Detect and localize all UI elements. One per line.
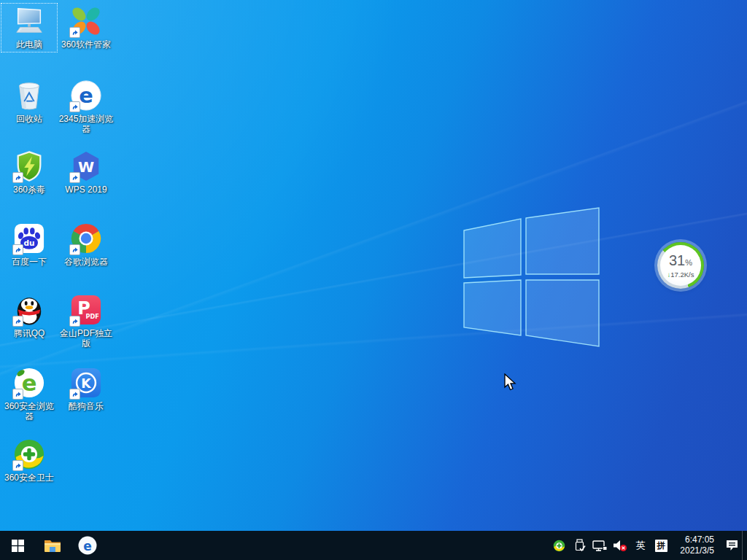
desktop-icon-baidu[interactable]: du 百度一下 [1, 220, 58, 270]
2345-browser-taskbar-button[interactable]: e [70, 531, 105, 560]
ime-pinyin-badge: 拼 [655, 540, 667, 552]
taskbar-clock[interactable]: 6:47:05 2021/3/5 [671, 534, 721, 556]
action-center-button[interactable] [723, 531, 740, 560]
svg-text:K: K [81, 376, 91, 391]
icon-label: 2345加速浏览器 [58, 114, 114, 134]
recycle-bin-icon [13, 79, 45, 112]
shortcut-arrow-icon [12, 460, 23, 471]
action-center-icon [725, 539, 739, 552]
start-button[interactable] [0, 531, 35, 560]
360-software-manager-icon [70, 5, 102, 37]
speed-ball-face: 31% ↓17.2K/s [660, 245, 701, 286]
wps-2019-icon: W [70, 150, 102, 182]
show-desktop-button[interactable] [742, 531, 747, 560]
icon-label: 360安全浏览器 [1, 401, 57, 421]
mouse-cursor [504, 373, 519, 392]
shortcut-arrow-icon [69, 172, 80, 183]
svg-text:PDF: PDF [85, 313, 98, 320]
svg-text:e: e [79, 83, 93, 108]
tray-360-safeguard[interactable] [550, 531, 568, 560]
svg-text:W: W [78, 158, 94, 176]
tray-network[interactable] [591, 531, 608, 560]
desktop-icon-360-safeguard[interactable]: 360安全卫士 [1, 436, 58, 486]
tray-usb-device[interactable] [570, 531, 588, 560]
360-antivirus-icon [13, 150, 45, 182]
desktop-icon-360-secure-browser[interactable]: e 360安全浏览器 [1, 365, 58, 424]
baidu-icon: du [13, 222, 45, 254]
desktop-icon-360-antivirus[interactable]: 360杀毒 [1, 148, 58, 198]
ethernet-network-icon [592, 540, 607, 552]
icon-label: 回收站 [1, 114, 57, 124]
clock-date: 2021/3/5 [680, 545, 714, 556]
shortcut-arrow-icon [12, 389, 23, 400]
volume-muted-icon [613, 540, 627, 552]
file-explorer-taskbar-button[interactable] [35, 531, 70, 560]
download-speed: ↓17.2K/s [667, 271, 694, 279]
icon-label: 360安全卫士 [1, 472, 57, 483]
icon-label: 酷狗音乐 [58, 401, 114, 411]
svg-text:e: e [22, 370, 37, 396]
desktop-icon-tencent-qq[interactable]: 腾讯QQ [1, 292, 58, 341]
file-explorer-icon [44, 538, 61, 553]
icon-label: 腾讯QQ [1, 328, 57, 338]
shortcut-arrow-icon [69, 316, 80, 327]
windows-logo-watermark [460, 201, 605, 354]
icon-label: 360软件管家 [58, 39, 114, 50]
2345-browser-icon: e [70, 79, 102, 112]
2345-browser-taskbar-icon: e [78, 536, 97, 555]
desktop-icon-2345-browser[interactable]: e 2345加速浏览器 [58, 77, 115, 137]
shortcut-arrow-icon [69, 27, 80, 38]
shortcut-arrow-icon [69, 101, 80, 112]
desktop-icon-360-software-manager[interactable]: 360软件管家 [58, 3, 115, 52]
tray-volume-muted[interactable] [611, 531, 629, 560]
shortcut-arrow-icon [12, 172, 23, 183]
shortcut-arrow-icon [69, 389, 80, 400]
memory-percent: 31% [669, 253, 692, 270]
shortcut-arrow-icon [12, 244, 23, 255]
ime-mode-indicator[interactable]: 拼 [652, 531, 670, 560]
360-secure-browser-icon: e [13, 367, 45, 399]
360-tray-icon [553, 540, 565, 552]
usb-device-icon [573, 539, 586, 552]
icon-label: 百度一下 [1, 257, 57, 267]
icon-label: 金山PDF独立版 [58, 328, 114, 349]
desktop-icon-chrome[interactable]: 谷歌浏览器 [58, 220, 115, 270]
chrome-icon [70, 222, 102, 254]
windows-start-icon [12, 540, 24, 552]
ime-language-indicator[interactable]: 英 [632, 531, 649, 560]
desktop-icon-kugou-music[interactable]: K 酷狗音乐 [58, 365, 115, 414]
360-speed-ball-widget[interactable]: 31% ↓17.2K/s [657, 242, 704, 289]
qq-penguin-icon [13, 294, 45, 326]
taskbar: e [0, 531, 747, 560]
desktop-icon-recycle-bin[interactable]: 回收站 [1, 77, 58, 127]
icon-label: 谷歌浏览器 [58, 257, 114, 267]
icon-label: 360杀毒 [1, 184, 57, 195]
icon-label: 此电脑 [1, 39, 57, 50]
this-pc-icon [13, 5, 45, 37]
svg-text:du: du [23, 238, 34, 247]
svg-text:e: e [83, 539, 92, 553]
windows-desktop: { "desktop": { "icons": [ {"label": "此电脑… [0, 0, 747, 560]
shortcut-arrow-icon [69, 244, 80, 255]
icon-label: WPS 2019 [58, 184, 114, 195]
system-tray: 英 拼 6:47:05 2021/3/5 [549, 531, 747, 560]
360-safeguard-icon [13, 438, 45, 470]
shortcut-arrow-icon [12, 316, 23, 327]
clock-time: 6:47:05 [680, 534, 714, 545]
kingsoft-pdf-icon: P PDF [70, 294, 102, 326]
desktop-icon-this-pc[interactable]: 此电脑 [1, 3, 58, 52]
kugou-music-icon: K [70, 367, 102, 399]
desktop-icon-wps-2019[interactable]: W WPS 2019 [58, 148, 115, 198]
desktop-icon-kingsoft-pdf[interactable]: P PDF 金山PDF独立版 [58, 292, 115, 351]
